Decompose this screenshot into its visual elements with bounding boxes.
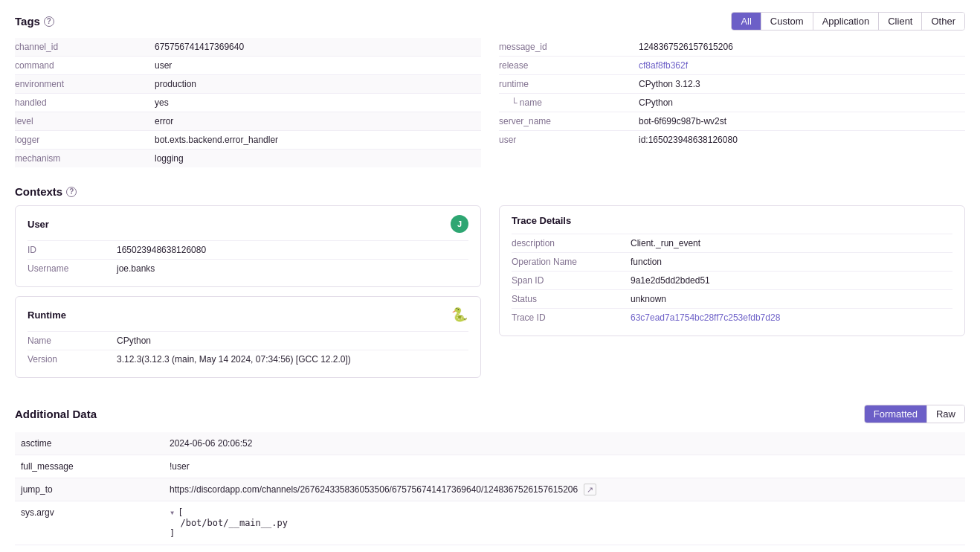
trace-row-operation: Operation Name function [512, 252, 952, 271]
additional-row-full_message: full_message !user [15, 455, 965, 478]
additional-row-asctime: asctime 2024-06-06 20:06:52 [15, 432, 965, 455]
python-icon: 🐍 [451, 306, 468, 324]
tags-title: All Tags ? [15, 15, 54, 28]
tag-row-channel_id: channel_id 675756741417369640 [15, 38, 481, 57]
runtime-card-header: Runtime 🐍 [28, 306, 468, 324]
filter-btn-other[interactable]: Other [922, 13, 964, 30]
tags-filter-buttons: All Custom Application Client Other [731, 12, 965, 31]
trace-row-status: Status unknown [512, 289, 952, 308]
tag-row-user: user id:165023948638126080 [499, 131, 965, 149]
additional-data-title: Additional Data [15, 408, 97, 420]
tag-row-level: level error [15, 112, 481, 131]
format-btn-formatted[interactable]: Formatted [865, 405, 927, 423]
runtime-card-title: Runtime [28, 309, 66, 321]
tags-grid: channel_id 675756741417369640 command us… [15, 38, 965, 167]
user-row-username: Username joe.banks [28, 259, 468, 277]
trace-id-link[interactable]: 63c7ead7a1754bc28ff7c253efdb7d28 [631, 312, 780, 323]
external-link-icon[interactable]: ↗ [584, 484, 596, 495]
additional-row-sys-argv: sys.argv ▾[ /bot/bot/__main__.py ] [15, 501, 965, 545]
trace-card-title: Trace Details [512, 215, 952, 226]
user-card-header: User J [28, 215, 468, 233]
tag-row-release: release cf8af8fb362f [499, 57, 965, 75]
filter-btn-application[interactable]: Application [813, 13, 880, 30]
runtime-row-version: Version 3.12.3(3.12.3 (main, May 14 2024… [28, 350, 468, 368]
trace-row-description: description Client._run_event [512, 234, 952, 252]
release-link[interactable]: cf8af8fb362f [639, 60, 688, 71]
runtime-context-card: Runtime 🐍 Name CPython Version 3.12.3(3.… [15, 296, 481, 378]
tag-row-server_name: server_name bot-6f699c987b-wv2st [499, 112, 965, 131]
tag-row-mechanism: mechanism logging [15, 150, 481, 167]
runtime-row-name: Name CPython [28, 331, 468, 350]
filter-btn-custom[interactable]: Custom [761, 13, 813, 30]
format-btn-raw[interactable]: Raw [927, 405, 964, 423]
trace-row-span-id: Span ID 9a1e2d5dd2bded51 [512, 271, 952, 289]
contexts-info-icon[interactable]: ? [66, 187, 77, 197]
additional-data-header: Additional Data Formatted Raw [15, 405, 965, 423]
tag-row-handled: handled yes [15, 94, 481, 112]
additional-data-section: Additional Data Formatted Raw asctime 20… [15, 405, 965, 545]
trace-details-card: Trace Details description Client._run_ev… [499, 205, 965, 336]
tag-row-message_id: message_id 1248367526157615206 [499, 38, 965, 57]
filter-btn-client[interactable]: Client [879, 13, 922, 30]
tags-right-column: message_id 1248367526157615206 release c… [499, 38, 965, 167]
user-avatar: J [451, 215, 468, 233]
tag-row-name: └ name CPython [499, 94, 965, 112]
contexts-grid: User J ID 165023948638126080 Username jo… [15, 205, 965, 387]
additional-row-jump_to: jump_to https://discordapp.com/channels/… [15, 478, 965, 501]
contexts-title: Contexts ? [15, 185, 965, 198]
tag-row-runtime: runtime CPython 3.12.3 [499, 75, 965, 94]
tag-row-environment: environment production [15, 75, 481, 94]
tag-row-logger: logger bot.exts.backend.error_handler [15, 131, 481, 150]
user-row-id: ID 165023948638126080 [28, 240, 468, 259]
additional-data-table: asctime 2024-06-06 20:06:52 full_message… [15, 432, 965, 545]
contexts-section: Contexts ? User J ID 165023948638126080 … [15, 185, 965, 387]
trace-row-trace-id: Trace ID 63c7ead7a1754bc28ff7c253efdb7d2… [512, 308, 952, 327]
format-buttons: Formatted Raw [864, 405, 965, 423]
tag-row-command: command user [15, 57, 481, 75]
filter-btn-all[interactable]: All [732, 13, 761, 30]
user-card-title: User [28, 219, 49, 230]
contexts-right: Trace Details description Client._run_ev… [499, 205, 965, 387]
contexts-left: User J ID 165023948638126080 Username jo… [15, 205, 481, 387]
tags-left-column: channel_id 675756741417369640 command us… [15, 38, 481, 167]
tags-section-header: All Tags ? All Custom Application Client… [15, 12, 965, 31]
tags-info-icon[interactable]: ? [44, 16, 54, 27]
array-toggle-icon[interactable]: ▾ [170, 507, 175, 518]
user-context-card: User J ID 165023948638126080 Username jo… [15, 205, 481, 287]
